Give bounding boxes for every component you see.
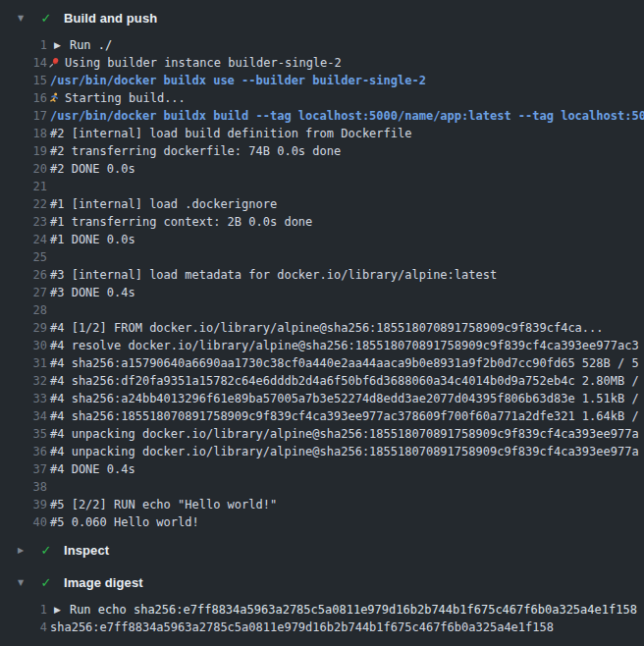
log-line: 1▶Run ./ bbox=[0, 36, 644, 54]
line-number[interactable]: 36 bbox=[0, 443, 47, 460]
line-number[interactable]: 22 bbox=[0, 195, 47, 213]
line-number[interactable]: 16 bbox=[0, 89, 47, 107]
line-text: #5 0.060 Hello world! bbox=[50, 513, 199, 531]
line-text: #2 [internal] load build definition from… bbox=[50, 125, 411, 142]
line-text: Using builder instance builder-single-2 bbox=[65, 54, 342, 72]
section-body-build-and-push: 1▶Run ./14Using builder instance builder… bbox=[0, 36, 644, 531]
log-line: 36#4 unpacking docker.io/library/alpine@… bbox=[0, 443, 644, 460]
line-number[interactable]: 20 bbox=[0, 160, 47, 178]
line-text: #1 [internal] load .dockerignore bbox=[50, 195, 277, 213]
line-text: #2 transferring dockerfile: 74B 0.0s don… bbox=[50, 142, 341, 160]
section-header-image-digest[interactable]: ▼✓Image digest bbox=[0, 569, 644, 595]
runner-icon bbox=[48, 92, 60, 104]
section-header-inspect[interactable]: ▶✓Inspect bbox=[0, 537, 644, 563]
log-line: 16Starting build... bbox=[0, 89, 644, 107]
line-number[interactable]: 14 bbox=[0, 54, 47, 72]
success-check-icon: ✓ bbox=[39, 11, 53, 26]
line-number[interactable]: 17 bbox=[0, 107, 47, 125]
log-line: 17/usr/bin/docker buildx build --tag loc… bbox=[0, 107, 644, 125]
log-line: 35#4 unpacking docker.io/library/alpine@… bbox=[0, 425, 644, 443]
pushpin-icon bbox=[48, 57, 60, 69]
line-text: #2 DONE 0.0s bbox=[50, 160, 135, 178]
section-title: Inspect bbox=[64, 543, 109, 558]
line-number[interactable]: 15 bbox=[0, 72, 47, 89]
log-line: 23#1 transferring context: 2B 0.0s done bbox=[0, 213, 644, 231]
log-line: 27#3 DONE 0.4s bbox=[0, 284, 644, 301]
line-text: /usr/bin/docker buildx build --tag local… bbox=[50, 107, 644, 125]
line-number[interactable]: 33 bbox=[0, 390, 47, 407]
line-number[interactable]: 30 bbox=[0, 337, 47, 354]
line-number[interactable]: 18 bbox=[0, 125, 47, 142]
line-text: Run ./ bbox=[70, 36, 112, 54]
line-number[interactable]: 23 bbox=[0, 213, 47, 231]
line-number[interactable]: 29 bbox=[0, 319, 47, 337]
line-text: #4 unpacking docker.io/library/alpine@sh… bbox=[50, 425, 639, 443]
success-check-icon: ✓ bbox=[39, 575, 53, 590]
log-line: 1▶Run echo sha256:e7ff8834a5963a2785c5a0… bbox=[0, 601, 644, 619]
line-number[interactable]: 1 bbox=[0, 601, 47, 619]
line-number[interactable]: 40 bbox=[0, 513, 47, 531]
line-number[interactable]: 1 bbox=[0, 36, 47, 54]
line-text: #4 DONE 0.4s bbox=[50, 460, 135, 478]
log-line: 20#2 DONE 0.0s bbox=[0, 160, 644, 178]
log-line: 22#1 [internal] load .dockerignore bbox=[0, 195, 644, 213]
log-line: 25 bbox=[0, 248, 644, 266]
play-icon[interactable]: ▶ bbox=[54, 601, 61, 619]
line-text: #4 [1/2] FROM docker.io/library/alpine@s… bbox=[50, 319, 604, 337]
log-line: 38 bbox=[0, 478, 644, 496]
log-line: 30#4 resolve docker.io/library/alpine@sh… bbox=[0, 337, 644, 354]
line-text: #4 resolve docker.io/library/alpine@sha2… bbox=[50, 337, 639, 354]
line-text: Run echo sha256:e7ff8834a5963a2785c5a081… bbox=[70, 601, 637, 619]
line-number[interactable]: 28 bbox=[0, 301, 47, 319]
section-body-image-digest: 1▶Run echo sha256:e7ff8834a5963a2785c5a0… bbox=[0, 601, 644, 636]
log-line: 19#2 transferring dockerfile: 74B 0.0s d… bbox=[0, 142, 644, 160]
line-text: /usr/bin/docker buildx use --builder bui… bbox=[50, 72, 426, 89]
log-line: 31#4 sha256:a15790640a6690aa1730c38cf0a4… bbox=[0, 354, 644, 372]
section-header-build-and-push[interactable]: ▼✓Build and push bbox=[0, 5, 644, 30]
line-text: sha256:e7ff8834a5963a2785c5a0811e979d16b… bbox=[50, 619, 554, 636]
log-line: 4sha256:e7ff8834a5963a2785c5a0811e979d16… bbox=[0, 619, 644, 636]
line-number[interactable]: 34 bbox=[0, 407, 47, 425]
log-line: 37#4 DONE 0.4s bbox=[0, 460, 644, 478]
chevron-down-icon[interactable]: ▼ bbox=[18, 578, 29, 587]
line-number[interactable]: 37 bbox=[0, 460, 47, 478]
line-number[interactable]: 39 bbox=[0, 496, 47, 513]
section-title: Image digest bbox=[64, 575, 143, 590]
line-number[interactable]: 21 bbox=[0, 178, 47, 195]
line-text: #4 sha256:185518070891758909c9f839cf4ca3… bbox=[50, 407, 639, 425]
line-number[interactable]: 26 bbox=[0, 266, 47, 284]
chevron-down-icon[interactable]: ▼ bbox=[18, 14, 29, 23]
workflow-log: ▼✓Build and push1▶Run ./14Using builder … bbox=[0, 0, 644, 636]
play-icon[interactable]: ▶ bbox=[54, 36, 61, 54]
chevron-right-icon[interactable]: ▶ bbox=[18, 546, 29, 555]
line-number[interactable]: 19 bbox=[0, 142, 47, 160]
line-text: #4 sha256:df20fa9351a15782c64e6dddb2d4a6… bbox=[50, 372, 639, 390]
log-line: 29#4 [1/2] FROM docker.io/library/alpine… bbox=[0, 319, 644, 337]
line-number[interactable]: 25 bbox=[0, 248, 47, 266]
log-line: 34#4 sha256:185518070891758909c9f839cf4c… bbox=[0, 407, 644, 425]
line-number[interactable]: 27 bbox=[0, 284, 47, 301]
line-text: #1 transferring context: 2B 0.0s done bbox=[50, 213, 312, 231]
line-number[interactable]: 24 bbox=[0, 231, 47, 248]
log-line: 32#4 sha256:df20fa9351a15782c64e6dddb2d4… bbox=[0, 372, 644, 390]
log-line: 28 bbox=[0, 301, 644, 319]
section-title: Build and push bbox=[64, 11, 157, 26]
success-check-icon: ✓ bbox=[39, 543, 53, 558]
line-text: #5 [2/2] RUN echo "Hello world!" bbox=[50, 496, 277, 513]
log-line: 40#5 0.060 Hello world! bbox=[0, 513, 644, 531]
line-number[interactable]: 35 bbox=[0, 425, 47, 443]
log-line: 39#5 [2/2] RUN echo "Hello world!" bbox=[0, 496, 644, 513]
log-section-image-digest: ▼✓Image digest1▶Run echo sha256:e7ff8834… bbox=[0, 569, 644, 636]
log-line: 33#4 sha256:a24bb4013296f61e89ba57005a7b… bbox=[0, 390, 644, 407]
log-line: 26#3 [internal] load metadata for docker… bbox=[0, 266, 644, 284]
line-number[interactable]: 32 bbox=[0, 372, 47, 390]
line-text: #4 sha256:a24bb4013296f61e89ba57005a7b3e… bbox=[50, 390, 639, 407]
log-line: 15/usr/bin/docker buildx use --builder b… bbox=[0, 72, 644, 89]
line-number[interactable]: 38 bbox=[0, 478, 47, 496]
line-number[interactable]: 31 bbox=[0, 354, 47, 372]
line-number[interactable]: 4 bbox=[0, 619, 47, 636]
line-text: #1 DONE 0.0s bbox=[50, 231, 135, 248]
log-line: 14Using builder instance builder-single-… bbox=[0, 54, 644, 72]
line-text: #4 unpacking docker.io/library/alpine@sh… bbox=[50, 443, 639, 460]
line-text: #3 [internal] load metadata for docker.i… bbox=[50, 266, 497, 284]
